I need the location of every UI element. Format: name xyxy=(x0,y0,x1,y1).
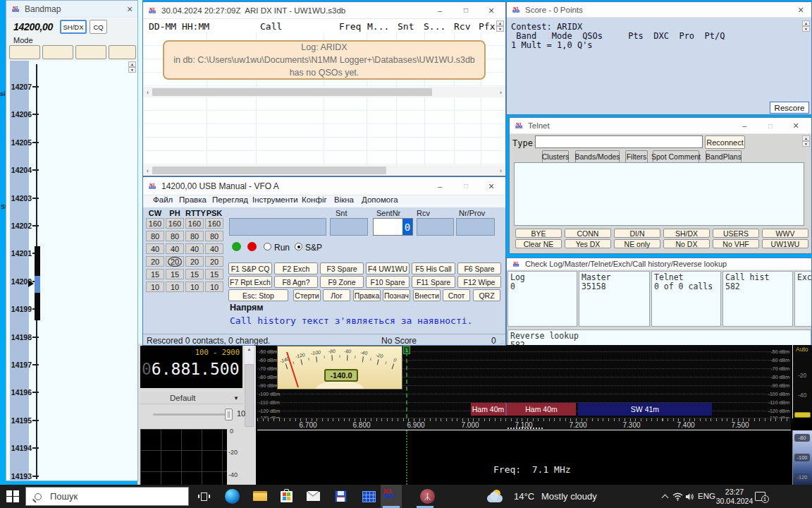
score-spinner[interactable]: ▲▼ xyxy=(802,20,810,32)
right-scale-slider[interactable] xyxy=(794,412,811,418)
sdr-frequency-scale[interactable]: 6.700 6.800 6.900 7.000 7.100 7.200 7.30… xyxy=(257,418,791,430)
maximize-icon[interactable]: □ xyxy=(765,118,775,133)
band-button[interactable]: 20 xyxy=(185,256,204,267)
rescore-button[interactable]: Rescore xyxy=(770,102,809,114)
band-button[interactable]: 10 xyxy=(185,282,204,292)
check-titlebar[interactable]: N1MM Check Log/Master/Telnet/Exch/Call h… xyxy=(507,258,811,270)
store-icon[interactable] xyxy=(273,485,299,508)
task-view-icon[interactable] xyxy=(191,485,216,508)
log-column-header[interactable]: DD-MM HH:MM xyxy=(149,21,209,32)
type-input[interactable] xyxy=(535,135,703,148)
run-radio[interactable] xyxy=(264,243,271,250)
store-button[interactable]: Внести xyxy=(413,289,441,301)
fkey-f11[interactable]: F11 Spare xyxy=(412,276,455,288)
no-dx-button[interactable]: No DX xyxy=(663,239,710,248)
uw1wu-button[interactable]: UW1WU xyxy=(762,239,808,248)
close-icon[interactable]: × xyxy=(791,118,801,133)
shdx-button[interactable]: SH/DX xyxy=(60,20,87,34)
notification-icon[interactable]: 1 xyxy=(749,485,770,508)
menu-config[interactable]: Конфіг xyxy=(302,195,327,204)
log-column-header[interactable]: Freq xyxy=(339,21,361,32)
log-column-header[interactable]: Call xyxy=(260,21,282,32)
band-button[interactable]: 160 xyxy=(146,218,164,229)
close-icon[interactable]: × xyxy=(486,2,496,18)
fkey-f1[interactable]: F1 S&P CQ xyxy=(228,262,272,274)
maximize-icon[interactable]: □ xyxy=(461,177,471,195)
users-button[interactable]: USERS xyxy=(713,229,759,238)
band-button[interactable]: 40 xyxy=(146,243,164,254)
fkey-f3[interactable]: F3 Spare xyxy=(320,262,364,274)
fkey-f4[interactable]: F4 UW1WU xyxy=(366,262,410,274)
log-titlebar[interactable]: N1MM 30.04.2024 20:27:09Z ARI DX INT - U… xyxy=(143,2,505,19)
floppy-icon[interactable] xyxy=(328,485,353,508)
clear-ne-button[interactable]: Clear NE xyxy=(515,239,562,248)
bandmap-titlebar[interactable]: N1MM Bandmap × xyxy=(6,1,137,18)
score-titlebar[interactable]: N1MM Score - 0 Points × xyxy=(507,2,811,18)
sdr-scrollbar-thumb[interactable] xyxy=(245,364,254,427)
sdr-waterfall[interactable]: Freq: 7.1 MHz xyxy=(257,430,791,485)
band-button[interactable]: 160 xyxy=(185,218,204,229)
sdr-frequency-value[interactable]: 06.881.500 xyxy=(142,360,239,378)
band-button[interactable]: 15 xyxy=(166,269,184,279)
volume-icon[interactable] xyxy=(682,485,698,508)
fkey-f5[interactable]: F5 His Call xyxy=(412,262,455,274)
menu-help[interactable]: Допомога xyxy=(362,195,398,204)
tune-marker-line[interactable] xyxy=(406,345,407,418)
weather-desc[interactable]: Mostly cloudy xyxy=(541,491,597,502)
band-button[interactable]: 80 xyxy=(166,231,184,241)
spreadsheet-icon[interactable] xyxy=(356,485,381,508)
edit-button[interactable]: Правка xyxy=(353,289,381,301)
tab-spot-comment[interactable]: Spot Comment xyxy=(653,150,699,162)
log-header-row[interactable]: DD-MM HH:MMCallFreqM...SntS...RcvPfx xyxy=(143,20,505,32)
fkey-f7[interactable]: F7 Rpt Exch xyxy=(228,276,272,288)
reconnect-button[interactable]: Reconnect xyxy=(705,135,745,149)
menu-view[interactable]: Перегляд xyxy=(212,195,248,204)
telnet-output[interactable] xyxy=(514,162,804,226)
ne-only-button[interactable]: NE only xyxy=(614,239,660,248)
wwv-button[interactable]: WWV xyxy=(762,229,808,238)
band-button[interactable]: 10 xyxy=(146,282,164,292)
bandmap-scale-area[interactable]: 14207 14206 14205 14204 14203 14202 1420… xyxy=(6,61,137,481)
search-box[interactable]: Пошук xyxy=(25,487,189,506)
clock[interactable]: 23:27 30.04.2024 xyxy=(715,488,754,506)
band-button[interactable]: 15 xyxy=(185,269,204,279)
band-button[interactable]: 20 xyxy=(146,256,164,267)
band-button[interactable]: 80 xyxy=(205,231,223,241)
sentnr-field[interactable]: 0 xyxy=(373,218,413,236)
band-button[interactable]: 15 xyxy=(205,269,223,279)
esc-stop-button[interactable]: Esc: Stop xyxy=(228,289,288,301)
start-button[interactable] xyxy=(0,485,25,508)
callsign-field[interactable] xyxy=(229,218,326,236)
sdr-scrollbar[interactable]: ▲ xyxy=(245,346,254,427)
band-button[interactable]: 160 xyxy=(166,218,184,229)
tab-clusters[interactable]: Clusters xyxy=(542,150,569,162)
fkey-f8[interactable]: F8 Agn? xyxy=(274,276,318,288)
sdr-volume-slider[interactable] xyxy=(153,413,230,416)
weather-temp[interactable]: 14°C xyxy=(514,491,534,502)
minimize-icon[interactable]: – xyxy=(739,118,749,133)
tab-bands-modes[interactable]: Bands/Modes xyxy=(575,150,620,162)
band-button[interactable]: 20 xyxy=(205,256,223,267)
log-column-header[interactable]: Snt xyxy=(398,21,414,32)
resize-grip[interactable]: .:: xyxy=(500,339,505,345)
bye-button[interactable]: BYE xyxy=(515,229,562,238)
snt-field[interactable] xyxy=(330,218,368,236)
minimize-icon[interactable]: – xyxy=(435,177,445,195)
fkey-f10[interactable]: F10 Spare xyxy=(366,276,410,288)
close-icon[interactable]: × xyxy=(486,177,496,195)
conn-button[interactable]: CONN xyxy=(565,229,611,238)
mode-box-1[interactable] xyxy=(9,45,40,59)
mode-box-4[interactable] xyxy=(109,45,136,59)
auto-label[interactable]: Auto xyxy=(796,346,808,353)
band-button[interactable]: 15 xyxy=(146,269,164,279)
din-button[interactable]: DI/N xyxy=(614,229,660,238)
nrprov-field[interactable] xyxy=(456,218,495,236)
menu-file[interactable]: Файл xyxy=(153,195,173,204)
mail-icon[interactable] xyxy=(300,485,326,508)
band-button[interactable]: 80 xyxy=(146,231,164,241)
minimize-icon[interactable]: – xyxy=(435,2,445,18)
band-button[interactable]: 160 xyxy=(205,218,223,229)
log-spinner[interactable]: ▲▼ xyxy=(496,20,504,32)
cq-button[interactable]: CQ xyxy=(90,20,107,34)
sdr-profile-dropdown[interactable]: Default ▼ xyxy=(140,392,243,404)
